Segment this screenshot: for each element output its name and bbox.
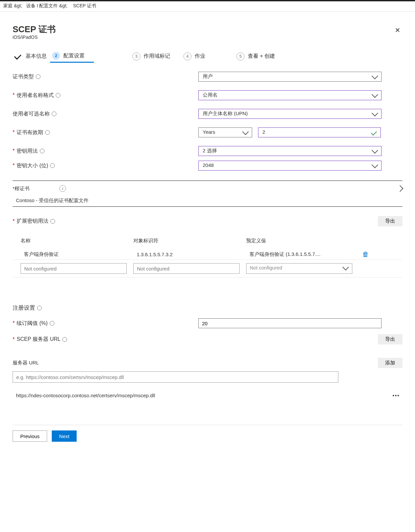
info-icon[interactable] bbox=[37, 306, 42, 310]
reg-settings-label: 注册设置 bbox=[13, 304, 402, 312]
step-basics-label: 基本信息 bbox=[26, 53, 47, 60]
eku-oid-input[interactable] bbox=[133, 263, 240, 274]
step-config[interactable]: 2 配置设置 bbox=[50, 50, 94, 63]
close-icon[interactable]: ✕ bbox=[395, 26, 400, 34]
breadcrumb: 家庭 &gt; 设备 I 配置文件 &gt; SCEP 证书 bbox=[0, 1, 415, 11]
san-select[interactable]: 用户主体名称 (UPN) bbox=[198, 109, 381, 119]
eku-row-name: 客户端身份验证 bbox=[24, 251, 130, 258]
info-icon[interactable] bbox=[50, 219, 55, 224]
keysize-value: 2048 bbox=[203, 162, 214, 168]
step-basics[interactable]: 基本信息 bbox=[13, 51, 56, 62]
page-subtitle: iOS/iPadOS bbox=[13, 35, 402, 40]
eku-preset-select[interactable]: Not configured bbox=[246, 263, 352, 274]
info-icon[interactable] bbox=[50, 321, 54, 326]
eku-header: 名称 对象标识符 预定义值 bbox=[13, 236, 402, 249]
server-url-row: https://ndes-contosocorp.contoso.net/cer… bbox=[13, 393, 402, 398]
eku-preset-placeholder: Not configured bbox=[250, 265, 282, 270]
chevron-down-icon bbox=[343, 265, 348, 272]
eku-col-preset: 预定义值 bbox=[246, 238, 352, 244]
snf-label: *使用者名称格式 bbox=[13, 92, 198, 99]
server-url-label: 服务器 URL bbox=[13, 360, 39, 366]
check-icon bbox=[371, 129, 377, 135]
renew-label: *续订阈值 (%) bbox=[13, 320, 198, 327]
chevron-down-icon bbox=[373, 74, 377, 81]
validity-unit-value: Years bbox=[203, 129, 215, 135]
step-review-label: 查看 + 创建 bbox=[248, 53, 275, 60]
step-number-5: 5 bbox=[237, 52, 244, 60]
step-scope-label: 作用域标记 bbox=[144, 53, 170, 60]
eku-row-oid: 1.3.6.1.5.5.7.3.2 bbox=[137, 252, 243, 257]
root-cert-row[interactable]: *根证书 i bbox=[13, 184, 402, 195]
step-scope[interactable]: 3 作用域标记 bbox=[130, 50, 179, 62]
eku-label: *扩展密钥用法 bbox=[13, 218, 55, 225]
step-review[interactable]: 5 查看 + 创建 bbox=[235, 50, 284, 62]
info-icon[interactable] bbox=[45, 130, 50, 135]
chevron-down-icon bbox=[373, 92, 377, 99]
scep-export-button[interactable]: 导出 bbox=[378, 334, 402, 344]
info-icon[interactable] bbox=[40, 149, 44, 153]
eku-col-name: 名称 bbox=[21, 238, 127, 244]
server-url-input[interactable] bbox=[13, 371, 338, 383]
eku-row: 客户端身份验证 1.3.6.1.5.5.7.3.2 客户端身份验证 (1.3.6… bbox=[13, 249, 402, 260]
info-icon[interactable] bbox=[52, 112, 56, 116]
info-icon[interactable] bbox=[50, 163, 55, 168]
previous-button[interactable]: Previous bbox=[13, 430, 47, 442]
keysize-label: *密钥大小 (位) bbox=[13, 162, 198, 169]
validity-value: 2 bbox=[262, 129, 265, 135]
info-icon[interactable]: i bbox=[59, 185, 66, 192]
renew-input[interactable] bbox=[198, 318, 381, 328]
add-button[interactable]: 添加 bbox=[378, 358, 402, 368]
delete-icon[interactable]: 🗑 bbox=[362, 251, 389, 258]
validity-label: *证书有效期 bbox=[13, 129, 198, 136]
info-icon[interactable] bbox=[36, 74, 40, 79]
chevron-down-icon bbox=[243, 129, 248, 136]
server-url-value: https://ndes-contosocorp.contoso.net/cer… bbox=[16, 393, 155, 398]
eku-row-preset: 客户端身份验证 (1.3.6.1.5.5.7.... bbox=[249, 251, 356, 258]
keyuse-value: 2 选择 bbox=[203, 148, 217, 154]
validity-value-input[interactable]: 2 bbox=[258, 127, 381, 137]
root-cert-value: Contoso - 受信任的证书配置文件 bbox=[16, 197, 402, 204]
info-icon[interactable] bbox=[56, 93, 60, 98]
san-value: 用户主体名称 (UPN) bbox=[203, 111, 248, 117]
cert-type-select[interactable]: 用户 bbox=[198, 72, 381, 82]
chevron-right-icon[interactable] bbox=[398, 184, 402, 193]
info-icon[interactable] bbox=[62, 337, 67, 342]
step-config-label: 配置设置 bbox=[63, 52, 85, 59]
crumb-current: SCEP 证书 bbox=[69, 2, 116, 10]
crumb-home[interactable]: 家庭 &gt; bbox=[1, 2, 24, 10]
check-icon bbox=[15, 53, 21, 60]
more-icon[interactable]: ••• bbox=[392, 393, 400, 398]
step-assign[interactable]: 4 作业 bbox=[181, 50, 215, 62]
chevron-down-icon bbox=[373, 111, 377, 118]
eku-name-input[interactable] bbox=[21, 263, 127, 274]
scep-url-label: *SCEP 服务器 URL bbox=[13, 336, 67, 343]
eku-col-oid: 对象标识符 bbox=[133, 238, 240, 244]
keysize-select[interactable]: 2048 bbox=[198, 161, 381, 171]
step-number-3: 3 bbox=[132, 52, 140, 60]
page-title: SCEP 证书 bbox=[13, 24, 402, 35]
snf-select[interactable]: 公用名 bbox=[198, 90, 381, 100]
eku-export-button[interactable]: 导出 bbox=[378, 216, 402, 226]
validity-unit-select[interactable]: Years bbox=[198, 127, 252, 137]
step-number-4: 4 bbox=[183, 52, 191, 60]
snf-value: 公用名 bbox=[203, 92, 218, 98]
next-button[interactable]: Next bbox=[52, 430, 77, 442]
keyuse-select[interactable]: 2 选择 bbox=[198, 146, 381, 156]
crumb-devices[interactable]: 设备 I 配置文件 &gt; bbox=[24, 2, 69, 10]
chevron-down-icon bbox=[373, 163, 377, 170]
chevron-down-icon bbox=[373, 148, 377, 155]
san-label: 使用者可选名称 bbox=[13, 111, 198, 117]
step-number-2: 2 bbox=[52, 52, 60, 60]
wizard-steps: 基本信息 2 配置设置 3 作用域标记 4 作业 5 查看 + 创建 bbox=[13, 50, 402, 63]
root-cert-label: *根证书 bbox=[13, 186, 30, 192]
cert-type-value: 用户 bbox=[203, 73, 213, 80]
cert-type-label: 证书类型 bbox=[13, 73, 198, 80]
step-assign-label: 作业 bbox=[195, 53, 205, 60]
keyuse-label: *密钥用法 bbox=[13, 148, 198, 155]
